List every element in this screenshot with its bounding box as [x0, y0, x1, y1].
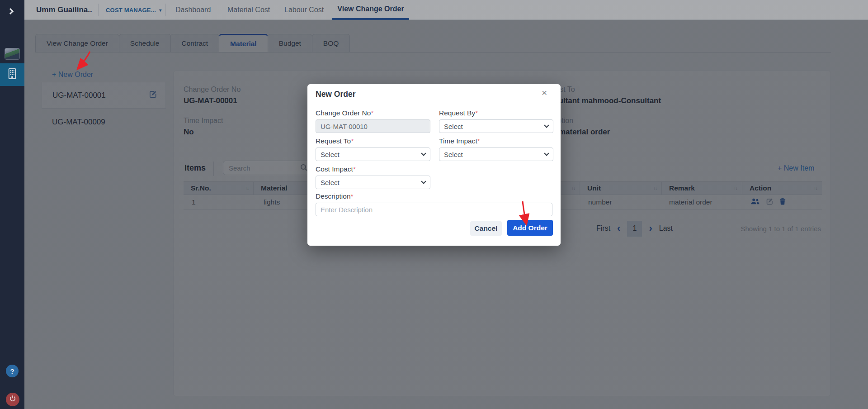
required-asterisk: *	[371, 109, 373, 117]
field-label-time-impact: Time Impact*	[439, 137, 480, 145]
request-by-select[interactable]: Select	[439, 119, 553, 133]
chevron-down-icon	[421, 151, 426, 156]
required-asterisk: *	[351, 137, 354, 145]
required-asterisk: *	[477, 137, 480, 145]
sidebar-item-cost-module[interactable]	[0, 63, 24, 86]
request-to-select[interactable]: Select	[316, 147, 430, 161]
field-label-request-to: Request To*	[316, 137, 354, 145]
building-icon	[7, 68, 17, 81]
question-mark-icon: ?	[10, 367, 14, 375]
chevron-down-icon	[544, 151, 549, 156]
change-order-no-input[interactable]	[316, 119, 430, 133]
add-order-button[interactable]: Add Order	[507, 220, 553, 236]
field-label-cost-impact: Cost Impact*	[316, 165, 356, 173]
chevron-down-icon	[421, 179, 426, 184]
required-asterisk: *	[353, 165, 356, 173]
required-asterisk: *	[475, 109, 478, 117]
field-label-description: Description*	[316, 192, 354, 200]
required-asterisk: *	[351, 192, 354, 200]
project-photo-thumbnail[interactable]	[5, 48, 20, 60]
power-icon	[9, 395, 16, 404]
field-label-change-order-no: Change Order No*	[316, 109, 373, 117]
close-icon[interactable]: ×	[542, 88, 547, 97]
sidebar: ?	[0, 0, 24, 409]
cost-impact-select[interactable]: Select	[316, 176, 430, 189]
time-impact-select[interactable]: Select	[439, 147, 553, 161]
sidebar-expand-chevron-icon[interactable]	[7, 8, 14, 14]
cancel-button[interactable]: Cancel	[470, 221, 502, 236]
help-button[interactable]: ?	[6, 365, 19, 377]
modal-title: New Order	[316, 90, 356, 99]
description-input[interactable]	[316, 203, 552, 216]
new-order-modal: New Order × Change Order No* Request By*…	[307, 84, 561, 246]
chevron-down-icon	[544, 123, 549, 128]
logout-power-button[interactable]	[6, 393, 19, 406]
app-window: ? Umm Guailina.. COST MANAGE... ▾ Dashbo…	[0, 0, 868, 409]
field-label-request-by: Request By*	[439, 109, 478, 117]
